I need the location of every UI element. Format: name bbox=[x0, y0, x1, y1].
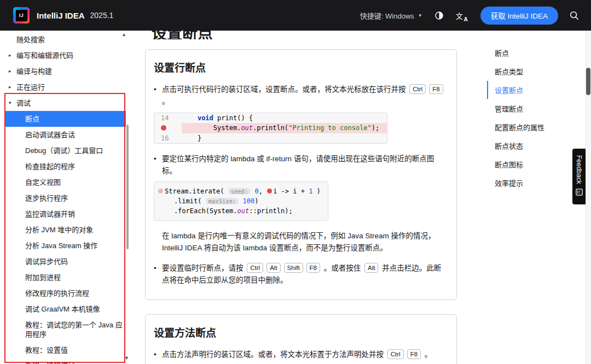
code-line: .limit( maxSize: 100) bbox=[158, 196, 321, 206]
bullet-text: 要设置临时行断点，请按 CtrlAltShiftF8 。或者按住 Alt 并点击… bbox=[162, 262, 445, 287]
text-token: maxSize: bbox=[206, 198, 239, 204]
search-button[interactable] bbox=[569, 10, 579, 20]
section-heading: 设置行断点 bbox=[154, 60, 445, 74]
sidebar-subitem[interactable]: 分析 JVM 堆中的对象 bbox=[4, 222, 126, 238]
bullet-marker: • bbox=[154, 349, 162, 361]
text-token: out bbox=[237, 207, 250, 215]
toc-item[interactable]: 配置断点的属性 bbox=[487, 118, 591, 136]
sidebar-subitem[interactable]: 监控调试器开销 bbox=[4, 206, 126, 222]
code-block: Stream.iterate( seed: 0, i -> i + 1 ) .l… bbox=[154, 181, 328, 221]
bullet-marker: • bbox=[154, 84, 162, 108]
code-line: Stream.iterate( seed: 0, i -> i + 1 ) bbox=[158, 186, 321, 196]
sidebar-scrollbar-thumb[interactable] bbox=[126, 125, 129, 249]
text-token: , bbox=[259, 187, 266, 195]
chevron-down-icon: ▼ bbox=[418, 13, 422, 18]
bullet-item: •要设置临时行断点，请按 CtrlAltShiftF8 。或者按住 Alt 并点… bbox=[154, 262, 445, 287]
feedback-label: Feedback bbox=[575, 155, 583, 184]
text-token: 。 bbox=[162, 97, 170, 105]
bullet-marker: • bbox=[154, 153, 162, 178]
sidebar-subitem[interactable]: 自定义视图 bbox=[4, 174, 126, 190]
product-name: IntelliJ IDEA bbox=[37, 11, 85, 20]
sidebar-subitem[interactable]: 逐步执行程序 bbox=[4, 190, 126, 206]
sidebar-subitem[interactable]: 教程：设置值 bbox=[4, 342, 126, 358]
sidebar-subitem[interactable]: 检查挂起的程序 bbox=[4, 158, 126, 174]
sidebar-subitem[interactable]: 调试异步代码 bbox=[4, 254, 126, 269]
language-switcher[interactable]: 文A bbox=[456, 10, 467, 21]
theme-contrast-toggle[interactable] bbox=[434, 11, 444, 20]
line-breakpoint-icon[interactable] bbox=[161, 125, 166, 131]
breakpoint-dot-icon bbox=[267, 189, 272, 193]
get-intellij-button[interactable]: 获取 IntelliJ IDEA bbox=[480, 7, 558, 25]
main-article: 设置断点 设置行断点 •点击可执行代码行的装订区域，设置断点。或者，将文本光标放… bbox=[131, 31, 464, 364]
feedback-smiley-icon bbox=[576, 189, 583, 196]
text-token: out bbox=[241, 124, 253, 132]
text-token: ) bbox=[312, 187, 320, 195]
text-token: seed: bbox=[228, 188, 251, 195]
sidebar-subitem[interactable]: 调试 GraalVM 本机镜像 bbox=[4, 301, 126, 317]
sidebar-subitem[interactable]: 启动调试器会话 bbox=[4, 127, 126, 143]
code-gutter bbox=[154, 123, 182, 133]
text-token: Stream.iterate( bbox=[165, 187, 228, 195]
code-text: System.out.println("Printing to console"… bbox=[182, 123, 387, 133]
sidebar-subitem[interactable]: 教程：调试您的第一个 Java 应用程序 bbox=[4, 317, 126, 342]
sidebar-subitem[interactable]: 分析 Java Stream 操作 bbox=[4, 238, 126, 254]
toc-item[interactable]: 断点 bbox=[487, 44, 591, 62]
product-version: 2025.1 bbox=[90, 11, 114, 20]
bullet-text: 点击可执行代码行的装订区域，设置断点。或者，将文本光标放在该行并按 CtrlF8… bbox=[162, 84, 445, 108]
kbd-key: Ctrl bbox=[409, 84, 426, 94]
chevron-collapsed-icon[interactable]: ▸ bbox=[9, 51, 11, 60]
chevron-collapsed-icon[interactable]: ▸ bbox=[9, 83, 11, 92]
kbd-key: F8 bbox=[429, 84, 443, 94]
text-token: .forEach(System. bbox=[158, 207, 237, 215]
section-card-line-breakpoints: 设置行断点 •点击可执行代码行的装订区域，设置断点。或者，将文本光标放在该行并按… bbox=[145, 49, 457, 300]
toc-item[interactable]: 设置断点 bbox=[487, 81, 591, 99]
sidebar-item-label: 编写和编辑源代码 bbox=[16, 51, 73, 60]
section-body: •点击方法声明行的装订区域。或者，将文本光标置于方法声明处并按 CtrlF8 。… bbox=[153, 349, 445, 364]
page-scrollbar-thumb[interactable] bbox=[586, 68, 590, 95]
sidebar-item[interactable]: ▾调试 bbox=[4, 95, 126, 111]
kbd-key: Alt bbox=[266, 263, 280, 273]
sidebar-subitem[interactable]: 教程：远程调试 bbox=[4, 358, 126, 364]
sidebar-item[interactable]: 随处搜索 bbox=[4, 32, 126, 48]
kbd-key: Shift bbox=[284, 263, 303, 273]
section-heading: 设置方法断点 bbox=[154, 325, 445, 339]
intellij-logo[interactable]: IJ bbox=[13, 7, 30, 24]
chevron-collapsed-icon[interactable]: ▸ bbox=[9, 67, 11, 76]
sidebar-nav: ▲ 随处搜索▸编写和编辑源代码▸编译与构建▸正在运行▾调试断点启动调试器会话De… bbox=[0, 31, 131, 364]
sidebar-item-label: 编译与构建 bbox=[16, 67, 52, 75]
page-content: ▲ 随处搜索▸编写和编辑源代码▸编译与构建▸正在运行▾调试断点启动调试器会话De… bbox=[0, 31, 591, 364]
search-icon bbox=[569, 10, 579, 20]
text-token: ) bbox=[254, 197, 258, 205]
sidebar-subitem[interactable]: 断点 bbox=[4, 111, 126, 127]
section-card-method-breakpoints: 设置方法断点 •点击方法声明行的装订区域。或者，将文本光标置于方法声明处并按 C… bbox=[145, 314, 457, 364]
feedback-tab[interactable]: Feedback bbox=[572, 149, 586, 204]
toc-item[interactable]: 管理断点 bbox=[487, 99, 591, 118]
code-gutter: 14 bbox=[154, 113, 182, 123]
page-title-clip: 设置断点 bbox=[152, 31, 464, 39]
sidebar-item[interactable]: ▸编写和编辑源代码 bbox=[4, 48, 126, 63]
text-token: ::println); bbox=[249, 207, 292, 215]
text-token: 100 bbox=[243, 197, 255, 205]
contrast-icon bbox=[434, 11, 444, 20]
text-token: "Printing to console" bbox=[288, 124, 372, 132]
bullet-item: •要定位某行内特定的 lambda 或 if-return 语句，请使用出现在这… bbox=[154, 153, 445, 178]
toc-item[interactable]: 断点类型 bbox=[487, 62, 591, 80]
text-token: 点击方法声明行的装订区域。或者，将文本光标置于方法声明处并按 bbox=[162, 350, 386, 359]
text-token: ); bbox=[372, 124, 379, 132]
bullet-text: 要定位某行内特定的 lambda 或 if-return 语句，请使用出现在这些… bbox=[162, 153, 445, 178]
sidebar-subitem[interactable]: Debug（调试）工具窗口 bbox=[4, 143, 126, 158]
bullet-marker: • bbox=[154, 262, 162, 287]
shortcut-os-dropdown[interactable]: 快捷键: Windows ▼ bbox=[360, 10, 422, 21]
code-gutter: 16 bbox=[154, 133, 182, 143]
top-header: IJ IntelliJ IDEA 2025.1 快捷键: Windows ▼ 文… bbox=[0, 0, 591, 31]
sidebar-item-label: 调试 bbox=[16, 99, 31, 107]
sidebar-item[interactable]: ▸正在运行 bbox=[4, 79, 126, 95]
chevron-expanded-icon[interactable]: ▾ bbox=[9, 98, 11, 108]
code-text: } bbox=[182, 133, 387, 143]
sidebar-item[interactable]: ▸编译与构建 bbox=[4, 63, 126, 79]
sidebar-subitem[interactable]: 附加到进程 bbox=[4, 269, 126, 285]
sidebar-subitem[interactable]: 修改程序的执行流程 bbox=[4, 285, 126, 301]
sidebar-scroll-down-icon[interactable]: ▼ bbox=[124, 355, 129, 361]
code-block: 14 void print() { System.out.println("Pr… bbox=[154, 113, 387, 144]
text-token: 。 bbox=[422, 350, 432, 359]
